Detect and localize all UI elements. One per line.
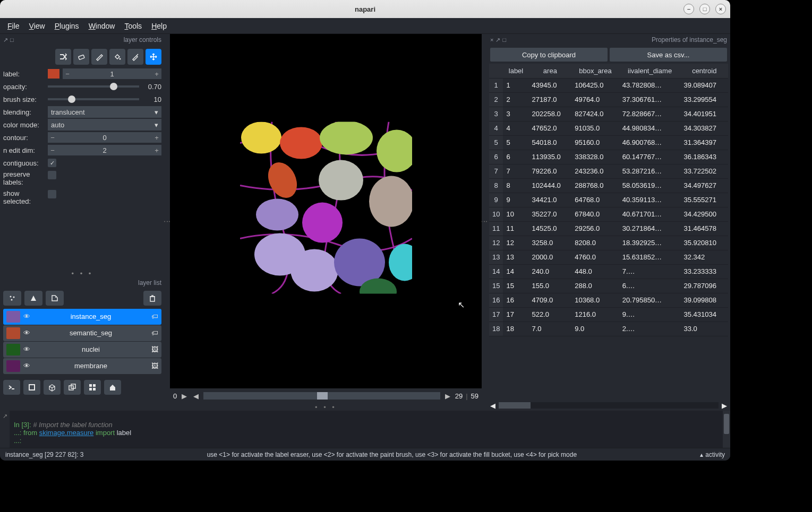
pan-zoom-button[interactable]: [146, 49, 161, 65]
table-row[interactable]: 101035227.067840.040.671701…34.429500: [489, 207, 728, 221]
table-row[interactable]: 13132000.04760.015.631852…32.342: [489, 250, 728, 264]
ndisplay-2d-button[interactable]: [23, 380, 40, 395]
pin-icon[interactable]: □: [502, 37, 506, 44]
preserve-checkbox[interactable]: [48, 171, 56, 179]
step-forward-button[interactable]: ▶: [443, 392, 452, 400]
svg-rect-13: [93, 388, 96, 390]
console-toggle-button[interactable]: [3, 380, 20, 395]
svg-rect-11: [93, 384, 96, 387]
col-bbox_area[interactable]: bbox_area: [571, 64, 619, 78]
menu-help[interactable]: Help: [151, 22, 167, 30]
layer-row-semantic_seg[interactable]: 👁 semantic_seg 🏷: [3, 325, 161, 341]
col-area[interactable]: area: [529, 64, 572, 78]
scroll-left-icon[interactable]: ◀: [490, 402, 495, 410]
undock-icon[interactable]: ↗: [495, 37, 500, 44]
contiguous-checkbox[interactable]: ✓: [48, 159, 56, 167]
table-row[interactable]: 1414240.0448.07.…33.233333: [489, 264, 728, 279]
eraser-button[interactable]: [73, 49, 89, 65]
table-row[interactable]: 2227187.049764.037.306761…33.299554: [489, 92, 728, 107]
frame-slider[interactable]: [203, 392, 440, 400]
paint-brush-button[interactable]: [91, 49, 107, 65]
svg-rect-12: [89, 388, 92, 390]
col-centroid[interactable]: centroid: [681, 64, 729, 78]
left-column: ↗□ layer controls label: −1+: [0, 34, 165, 411]
col-iivalent_diame[interactable]: iivalent_diame: [619, 64, 681, 78]
step-back-button[interactable]: ◀: [192, 392, 200, 400]
label-value-spinner[interactable]: −1+: [63, 68, 161, 79]
new-shapes-button[interactable]: [24, 291, 42, 306]
showsel-checkbox[interactable]: [48, 190, 56, 198]
table-row[interactable]: 4447652.091035.044.980834…34.303827: [489, 121, 728, 135]
activity-button[interactable]: ▴activity: [700, 451, 725, 458]
table-row[interactable]: 12123258.08208.018.392925…35.920810: [489, 236, 728, 250]
ndisplay-3d-button[interactable]: [44, 380, 61, 395]
opacity-value: 0.70: [142, 83, 161, 91]
table-row[interactable]: 88102444.0288768.058.053619…34.497627: [489, 178, 728, 193]
menu-plugins[interactable]: Plugins: [55, 22, 79, 30]
console-body[interactable]: In [3]: # Import the label function ...:…: [10, 411, 723, 448]
menu-tools[interactable]: Tools: [124, 22, 142, 30]
new-labels-button[interactable]: [46, 291, 64, 306]
home-button[interactable]: [104, 380, 121, 395]
maximize-button[interactable]: □: [699, 4, 710, 14]
menu-file[interactable]: File: [7, 22, 20, 30]
pin-icon[interactable]: □: [10, 37, 14, 44]
delete-layer-button[interactable]: [143, 291, 161, 306]
menu-window[interactable]: Window: [89, 22, 115, 30]
layer-list-header: layer list: [0, 277, 165, 289]
colormode-label: color mode:: [3, 121, 45, 129]
visibility-toggle[interactable]: 👁: [23, 313, 33, 320]
table-row[interactable]: 1515155.0288.06.…29.787096: [489, 279, 728, 293]
table-row[interactable]: 1143945.0106425.043.782808…39.089407: [489, 78, 728, 92]
visibility-toggle[interactable]: 👁: [23, 345, 33, 353]
canvas-resize-handle[interactable]: • • •: [170, 403, 482, 411]
layer-row-membrane[interactable]: 👁 membrane 🖼: [3, 358, 161, 374]
table-row[interactable]: 111114525.029256.030.271864…31.464578: [489, 221, 728, 236]
table-row[interactable]: 7779226.0243236.053.287216…33.722502: [489, 164, 728, 178]
col-label[interactable]: label: [503, 64, 528, 78]
minimize-button[interactable]: –: [683, 4, 694, 14]
blending-dropdown[interactable]: translucent▾: [48, 106, 161, 118]
table-row[interactable]: 9934421.064768.040.359113…35.555271: [489, 193, 728, 207]
opacity-slider[interactable]: [48, 81, 139, 92]
roll-dims-button[interactable]: [64, 380, 81, 395]
play-button[interactable]: ▶: [180, 392, 189, 400]
properties-hscroll[interactable]: ◀ ▶: [487, 400, 730, 411]
table-row[interactable]: 16164709.010368.020.795850…39.099808: [489, 293, 728, 307]
copy-clipboard-button[interactable]: Copy to clipboard: [490, 48, 608, 62]
layer-row-nuclei[interactable]: 👁 nuclei 🖼: [3, 342, 161, 358]
shuffle-colors-button[interactable]: [55, 49, 71, 65]
close-button[interactable]: ×: [715, 4, 726, 14]
console-scrollbar[interactable]: [723, 411, 730, 448]
new-points-button[interactable]: [3, 291, 21, 306]
color-picker-button[interactable]: [127, 49, 143, 65]
grid-button[interactable]: [84, 380, 101, 395]
canvas[interactable]: ↖: [170, 34, 482, 388]
undock-icon[interactable]: ↗: [3, 37, 8, 44]
console-gutter[interactable]: ↗: [0, 411, 10, 448]
visibility-toggle[interactable]: 👁: [23, 329, 33, 337]
colormode-dropdown[interactable]: auto▾: [48, 119, 161, 131]
label-color-swatch[interactable]: [48, 69, 59, 79]
brush-size-slider[interactable]: [48, 94, 139, 105]
table-row[interactable]: 5554018.095160.046.900768…31.364397: [489, 135, 728, 150]
close-panel-icon[interactable]: ×: [490, 37, 493, 44]
nedit-spinner[interactable]: −2+: [48, 145, 161, 155]
visibility-toggle[interactable]: 👁: [23, 362, 33, 370]
properties-table-wrap[interactable]: labelareabbox_areaiivalent_diamecentroid…: [487, 64, 730, 400]
layer-list-title: layer list: [138, 279, 161, 287]
fill-bucket-button[interactable]: [109, 49, 125, 65]
contour-spinner[interactable]: −0+: [48, 132, 161, 143]
layer-row-instance_seg[interactable]: 👁 instance_seg 🏷: [3, 309, 161, 325]
table-row[interactable]: 66113935.0338328.060.147767…36.186343: [489, 150, 728, 164]
table-row[interactable]: 33202258.0827424.072.828667…34.401951: [489, 107, 728, 121]
scroll-right-icon[interactable]: ▶: [722, 402, 727, 410]
menu-view[interactable]: View: [29, 22, 45, 30]
col-index[interactable]: [489, 64, 503, 78]
panel-resize-handle[interactable]: • • •: [0, 270, 165, 277]
table-row[interactable]: 18187.09.02.…33.0: [489, 322, 728, 336]
left-resize-grip[interactable]: ⋮: [165, 34, 170, 411]
save-csv-button[interactable]: Save as csv...: [610, 48, 727, 62]
right-resize-grip[interactable]: ⋮: [482, 34, 487, 411]
table-row[interactable]: 1717522.01216.09.…35.431034: [489, 307, 728, 322]
